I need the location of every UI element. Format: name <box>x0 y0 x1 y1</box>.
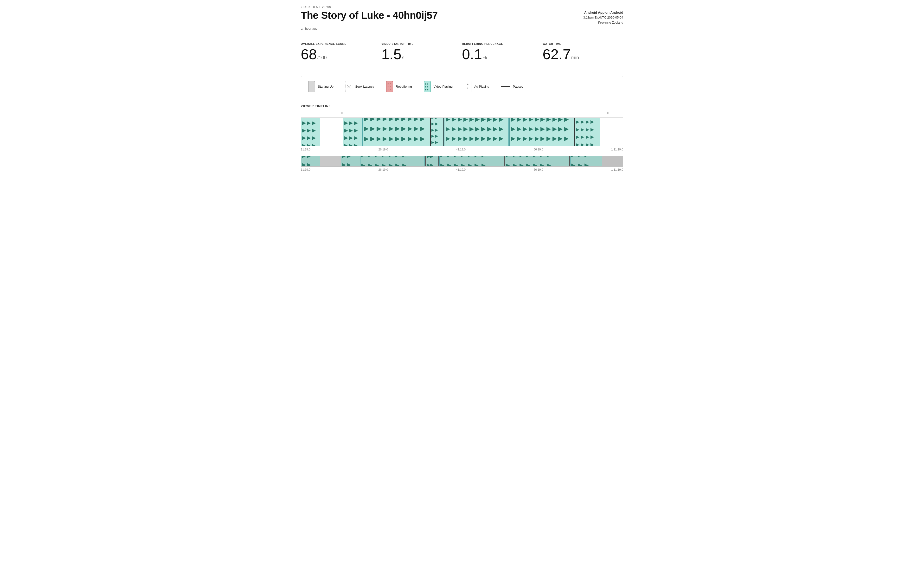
seg-play-1: ▶ ▶ ▶ ▶ ▶ ▶ ▶ ▶ ▶ ▶ ▶ ▶ ▶ ▶ ▶ ▶ ▶ ▶ <box>301 118 320 146</box>
mini-seg-1: ▶ ▶ ▶ ▶ <box>301 156 320 166</box>
metric-label-2: REBUFFERING PERCENAGE <box>462 43 543 45</box>
mini-timeline-labels: 11:19.0 26:19.0 41:19.0 56:19.0 1:11:19.… <box>301 168 623 172</box>
time-label-0: 11:19.0 <box>301 148 310 151</box>
svg-text:▶ ▶ ▶ ▶: ▶ ▶ ▶ ▶ <box>576 127 594 132</box>
svg-text:▶ ▶ ▶: ▶ ▶ ▶ <box>571 162 589 166</box>
rebuffering-svg: ✕ ✕ ✕ ✕ ✕ ✕ <box>387 82 392 91</box>
metric-label-0: OVERALL EXPERIENCE SCORE <box>301 43 381 45</box>
svg-text:▶ ▶ ▶ ▶ ▶ ▶ ▶ ▶ ▶ ▶: ▶ ▶ ▶ ▶ ▶ ▶ ▶ ▶ ▶ ▶ <box>446 118 504 122</box>
relative-timestamp: an hour ago <box>301 27 623 30</box>
legend-label-starting-up: Starting Up <box>318 85 333 88</box>
svg-text:▶ ▶: ▶ ▶ <box>302 162 311 166</box>
video-playing-icon: ▶ ▶ ▶ ▶ ▶ ▶ <box>424 81 431 92</box>
starting-up-icon <box>308 81 315 92</box>
svg-text:▶ ▶ ▶ ▶ ▶ ▶ ▶: ▶ ▶ ▶ ▶ ▶ ▶ ▶ <box>506 156 552 158</box>
pause-marker-2: III <box>430 112 433 114</box>
header-info: Android App on Android 3:18pm Etc/UTC 20… <box>583 10 623 25</box>
svg-text:✕ ✕: ✕ ✕ <box>387 83 392 85</box>
mini-gap-1 <box>320 156 341 166</box>
svg-text:▶ ▶ ▶ ▶: ▶ ▶ ▶ ▶ <box>576 134 594 139</box>
svg-text:▶ ▶ ▶ ▶ ▶ ▶ ▶: ▶ ▶ ▶ ▶ ▶ ▶ ▶ <box>506 162 552 166</box>
paused-icon <box>501 86 510 87</box>
svg-text:▶ ▶ ▶ ▶ ▶ ▶ ▶ ▶ ▶ ▶: ▶ ▶ ▶ ▶ ▶ ▶ ▶ ▶ ▶ ▶ <box>364 125 425 132</box>
header-location: Provincie Zeeland <box>583 20 623 25</box>
main-timeline-labels: 11:19.0 26:19.0 41:19.0 56:19.0 1:11:19.… <box>301 148 623 151</box>
svg-text:▶ ▶: ▶ ▶ <box>431 118 438 119</box>
main-timeline-track: ▶ ▶ ▶ ▶ ▶ ▶ ▶ ▶ ▶ ▶ ▶ ▶ ▶ ▶ ▶ ▶ ▶ ▶ ▶ ▶ … <box>301 118 623 146</box>
svg-text:▶▶: ▶▶ <box>426 156 433 159</box>
mini-seg-6: ▶ ▶ ▶ ▶ ▶ ▶ ▶ ▶ ▶ ▶ ▶ ▶ ▶ ▶ <box>505 156 569 166</box>
mini-timeline-track: ▶ ▶ ▶ ▶ ▶ ▶ ▶ ▶ ▶ ▶ ▶ ▶ ▶ ▶ ▶ ▶ ▶ ▶ ▶ ▶ … <box>301 156 623 167</box>
legend-label-rebuffering: Rebuffering <box>396 85 412 88</box>
metrics-row: OVERALL EXPERIENCE SCORE 68/100 VIDEO ST… <box>301 38 623 67</box>
back-to-all-views-link[interactable]: ‹ BACK TO ALL VIEWS <box>301 5 331 8</box>
svg-text:▶ ▶: ▶ ▶ <box>431 128 438 132</box>
svg-text:▶ ▶ ▶ ▶ ▶ ▶ ▶: ▶ ▶ ▶ ▶ ▶ ▶ ▶ <box>441 162 486 166</box>
svg-text:▶ ▶: ▶ ▶ <box>431 121 438 126</box>
svg-text:▶ ▶ ▶ ▶ ▶ ▶ ▶: ▶ ▶ ▶ ▶ ▶ ▶ ▶ <box>361 162 407 166</box>
mini-time-label-3: 56:19.0 <box>534 168 543 172</box>
video-playing-svg: ▶ ▶ ▶ ▶ ▶ ▶ <box>425 82 430 91</box>
svg-text:+: + <box>467 83 469 86</box>
time-label-2: 41:19.0 <box>456 148 465 151</box>
svg-text:▶ ▶ ▶ ▶ ▶ ▶ ▶: ▶ ▶ ▶ ▶ ▶ ▶ ▶ <box>361 156 407 158</box>
metric-watch-time: WATCH TIME 62.7min <box>543 43 623 62</box>
legend-label-ad-playing: Ad Playing <box>474 85 489 88</box>
mini-seg-7: ▶ ▶ ▶ ▶ ▶ ▶ <box>570 156 602 166</box>
seg-arrows-1: ▶ ▶ ▶ ▶ ▶ ▶ ▶ ▶ ▶ ▶ ▶ ▶ ▶ ▶ ▶ ▶ ▶ ▶ <box>301 118 320 146</box>
legend-item-seek-latency: Seek Latency <box>346 81 374 92</box>
svg-text:▶ ▶ ▶ ▶ ▶ ▶ ▶: ▶ ▶ ▶ ▶ ▶ ▶ ▶ <box>441 156 486 158</box>
svg-text:▶ ▶ ▶: ▶ ▶ ▶ <box>302 120 316 126</box>
svg-text:▶ ▶: ▶ ▶ <box>425 86 429 88</box>
svg-text:+: + <box>467 87 469 90</box>
svg-text:▶ ▶ ▶ ▶: ▶ ▶ ▶ ▶ <box>576 119 594 124</box>
legend-label-seek-latency: Seek Latency <box>355 85 374 88</box>
svg-text:▶ ▶ ▶: ▶ ▶ ▶ <box>302 128 316 133</box>
seek-latency-svg <box>347 83 351 90</box>
svg-text:▶ ▶ ▶ ▶ ▶ ▶ ▶ ▶ ▶ ▶: ▶ ▶ ▶ ▶ ▶ ▶ ▶ ▶ ▶ ▶ <box>511 118 569 122</box>
page-container: ‹ BACK TO ALL VIEWS The Story of Luke - … <box>294 0 630 186</box>
svg-text:▶ ▶: ▶ ▶ <box>425 83 429 85</box>
metric-value-2: 0.1% <box>462 47 543 62</box>
mini-time-label-2: 41:19.0 <box>456 168 465 172</box>
legend-label-video-playing: Video Playing <box>434 85 452 88</box>
time-label-1: 26:19.0 <box>378 148 388 151</box>
seg-gap-end <box>600 118 623 146</box>
svg-text:▶ ▶: ▶ ▶ <box>342 162 351 166</box>
header-row: The Story of Luke - 40hn0ij57 Android Ap… <box>301 10 623 25</box>
svg-text:▶ ▶ ▶ ▶ ▶ ▶ ▶ ▶ ▶ ▶: ▶ ▶ ▶ ▶ ▶ ▶ ▶ ▶ ▶ ▶ <box>511 126 569 132</box>
svg-text:▶ ▶ ▶ ▶ ▶ ▶ ▶ ▶ ▶ ▶: ▶ ▶ ▶ ▶ ▶ ▶ ▶ ▶ ▶ ▶ <box>446 126 504 132</box>
mini-time-label-4: 1:11:19.0 <box>611 168 623 172</box>
legend-item-paused: Paused <box>501 85 523 88</box>
pause-marker-3: II <box>607 112 609 114</box>
header-datetime: 3:18pm Etc/UTC 2020-05-04 <box>583 15 623 20</box>
metric-value-0: 68/100 <box>301 47 381 62</box>
metric-startup-time: VIDEO STARTUP TIME 1.5s <box>381 43 462 62</box>
pause-markers-bar: II III II <box>301 112 623 117</box>
svg-text:▶ ▶ ▶: ▶ ▶ ▶ <box>571 156 589 158</box>
seg-gap-1 <box>320 118 343 146</box>
metric-label-3: WATCH TIME <box>543 43 623 45</box>
svg-text:▶ ▶ ▶: ▶ ▶ ▶ <box>302 143 316 146</box>
seg-play-6: ▶ ▶ ▶ ▶ ▶ ▶ ▶ ▶ ▶ ▶ ▶ ▶ ▶ ▶ ▶ ▶ ▶ ▶ ▶ ▶ … <box>509 118 574 146</box>
svg-text:▶ ▶ ▶ ▶ ▶ ▶ ▶ ▶ ▶ ▶: ▶ ▶ ▶ ▶ ▶ ▶ ▶ ▶ ▶ ▶ <box>364 135 425 142</box>
mini-time-label-0: 11:19.0 <box>301 168 310 172</box>
svg-text:▶ ▶: ▶ ▶ <box>431 134 438 138</box>
svg-text:▶ ▶: ▶ ▶ <box>425 88 429 91</box>
mini-seg-5: ▶ ▶ ▶ ▶ ▶ ▶ ▶ ▶ ▶ ▶ ▶ ▶ ▶ ▶ <box>439 156 504 166</box>
legend-item-video-playing: ▶ ▶ ▶ ▶ ▶ ▶ Video Playing <box>424 81 452 92</box>
svg-text:▶ ▶ ▶: ▶ ▶ ▶ <box>344 120 358 126</box>
time-label-3: 56:19.0 <box>534 148 543 151</box>
seg-play-7: ▶ ▶ ▶ ▶ ▶ ▶ ▶ ▶ ▶ ▶ ▶ ▶ ▶ ▶ ▶ ▶ ▶ ▶ ▶ ▶ … <box>575 118 600 146</box>
svg-text:▶ ▶ ▶ ▶ ▶ ▶ ▶ ▶ ▶ ▶: ▶ ▶ ▶ ▶ ▶ ▶ ▶ ▶ ▶ ▶ <box>364 145 425 146</box>
mini-timeline-section: ▶ ▶ ▶ ▶ ▶ ▶ ▶ ▶ ▶ ▶ ▶ ▶ ▶ ▶ ▶ ▶ ▶ ▶ ▶ ▶ … <box>301 156 623 172</box>
svg-text:▶ ▶ ▶: ▶ ▶ ▶ <box>344 143 358 146</box>
pause-marker-1: II <box>341 112 344 114</box>
legend-item-starting-up: Starting Up <box>308 81 333 92</box>
seg-play-5: ▶ ▶ ▶ ▶ ▶ ▶ ▶ ▶ ▶ ▶ ▶ ▶ ▶ ▶ ▶ ▶ ▶ ▶ ▶ ▶ … <box>444 118 509 146</box>
metric-rebuffering: REBUFFERING PERCENAGE 0.1% <box>462 43 543 62</box>
legend-box: Starting Up Seek Latency ✕ ✕ ✕ ✕ ✕ ✕ Reb… <box>301 76 623 97</box>
metric-label-1: VIDEO STARTUP TIME <box>381 43 462 45</box>
svg-text:▶ ▶ ▶: ▶ ▶ ▶ <box>344 135 358 141</box>
device-name: Android App on Android <box>583 10 623 15</box>
